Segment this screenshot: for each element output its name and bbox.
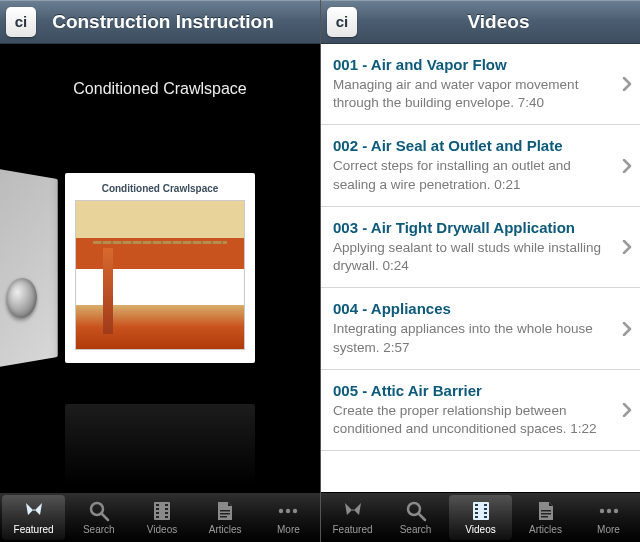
navbar-title: Construction Instruction bbox=[42, 11, 314, 33]
card-caption: Conditioned Crawlspace bbox=[75, 183, 245, 194]
svg-point-31 bbox=[599, 509, 603, 513]
video-title: 003 - Air Tight Drywall Application bbox=[333, 219, 610, 236]
video-list-item[interactable]: 002 - Air Seal at Outlet and Plate Corre… bbox=[321, 125, 640, 206]
video-desc: Correct steps for installing an outlet a… bbox=[333, 157, 610, 193]
svg-rect-30 bbox=[541, 516, 548, 518]
videos-list[interactable]: 001 - Air and Vapor Flow Managing air an… bbox=[321, 44, 640, 492]
svg-rect-27 bbox=[484, 516, 487, 518]
phone-featured: ci Construction Instruction Conditioned … bbox=[0, 0, 320, 542]
svg-rect-22 bbox=[475, 512, 478, 514]
svg-point-15 bbox=[286, 509, 290, 513]
svg-rect-7 bbox=[165, 504, 168, 506]
video-list-item[interactable]: 003 - Air Tight Drywall Application Appl… bbox=[321, 207, 640, 288]
navbar: ci Videos bbox=[321, 0, 640, 44]
video-title: 002 - Air Seal at Outlet and Plate bbox=[333, 137, 610, 154]
svg-rect-8 bbox=[165, 508, 168, 510]
svg-rect-20 bbox=[475, 504, 478, 506]
svg-point-14 bbox=[279, 509, 283, 513]
video-list-item[interactable]: 005 - Attic Air Barrier Create the prope… bbox=[321, 370, 640, 451]
chevron-right-icon bbox=[622, 240, 632, 254]
tab-articles[interactable]: Articles bbox=[194, 493, 257, 542]
tab-featured[interactable]: Featured bbox=[2, 495, 65, 540]
tab-more[interactable]: More bbox=[257, 493, 320, 542]
navbar-title: Videos bbox=[363, 11, 634, 33]
tab-label: Search bbox=[83, 524, 115, 535]
phone-videos: ci Videos 001 - Air and Vapor Flow Manag… bbox=[320, 0, 640, 542]
articles-icon bbox=[212, 500, 238, 522]
search-icon bbox=[86, 500, 112, 522]
video-title: 005 - Attic Air Barrier bbox=[333, 382, 610, 399]
more-icon bbox=[275, 500, 301, 522]
video-desc: Create the proper relationship between c… bbox=[333, 402, 610, 438]
svg-rect-23 bbox=[475, 516, 478, 518]
tab-search[interactable]: Search bbox=[67, 493, 130, 542]
chevron-right-icon bbox=[622, 77, 632, 91]
tab-label: Articles bbox=[529, 524, 562, 535]
svg-rect-25 bbox=[484, 508, 487, 510]
chevron-right-icon bbox=[622, 159, 632, 173]
video-desc: Managing air and water vapor movement th… bbox=[333, 76, 610, 112]
tab-label: More bbox=[597, 524, 620, 535]
svg-point-16 bbox=[293, 509, 297, 513]
svg-rect-12 bbox=[220, 513, 230, 515]
coverflow-reflection bbox=[65, 404, 255, 484]
svg-rect-28 bbox=[541, 510, 551, 512]
tab-featured[interactable]: Featured bbox=[321, 493, 384, 542]
svg-rect-24 bbox=[484, 504, 487, 506]
svg-point-32 bbox=[606, 509, 610, 513]
search-icon bbox=[403, 500, 429, 522]
featured-icon bbox=[21, 500, 47, 522]
tab-label: Featured bbox=[332, 524, 372, 535]
tab-label: Videos bbox=[147, 524, 177, 535]
video-list-item[interactable]: 004 - Appliances Integrating appliances … bbox=[321, 288, 640, 369]
tab-more[interactable]: More bbox=[577, 493, 640, 542]
svg-rect-21 bbox=[475, 508, 478, 510]
svg-rect-11 bbox=[220, 510, 230, 512]
featured-icon bbox=[340, 500, 366, 522]
chevron-right-icon bbox=[622, 403, 632, 417]
svg-rect-3 bbox=[156, 504, 159, 506]
videos-icon bbox=[149, 500, 175, 522]
svg-rect-13 bbox=[220, 516, 227, 518]
app-logo: ci bbox=[327, 7, 357, 37]
video-list-item[interactable]: 001 - Air and Vapor Flow Managing air an… bbox=[321, 44, 640, 125]
tab-label: Videos bbox=[465, 524, 495, 535]
tab-label: Search bbox=[400, 524, 432, 535]
tab-videos[interactable]: Videos bbox=[449, 495, 512, 540]
svg-point-33 bbox=[613, 509, 617, 513]
videos-icon bbox=[468, 500, 494, 522]
chevron-right-icon bbox=[622, 322, 632, 336]
svg-rect-6 bbox=[156, 516, 159, 518]
app-logo: ci bbox=[6, 7, 36, 37]
coverflow-card-current[interactable]: Conditioned Crawlspace bbox=[65, 173, 255, 363]
more-icon bbox=[596, 500, 622, 522]
tabbar: Featured Search Videos Articles More bbox=[321, 492, 640, 542]
tabbar: Featured Search Videos Articles More bbox=[0, 492, 320, 542]
video-title: 001 - Air and Vapor Flow bbox=[333, 56, 610, 73]
svg-rect-26 bbox=[484, 512, 487, 514]
articles-icon bbox=[533, 500, 559, 522]
tab-label: Featured bbox=[14, 524, 54, 535]
svg-rect-10 bbox=[165, 516, 168, 518]
svg-rect-9 bbox=[165, 512, 168, 514]
video-desc: Integrating appliances into the whole ho… bbox=[333, 320, 610, 356]
svg-line-18 bbox=[419, 514, 425, 520]
tab-search[interactable]: Search bbox=[384, 493, 447, 542]
svg-line-1 bbox=[102, 514, 108, 520]
card-illustration bbox=[75, 200, 245, 350]
tab-videos[interactable]: Videos bbox=[130, 493, 193, 542]
tab-label: More bbox=[277, 524, 300, 535]
svg-rect-5 bbox=[156, 512, 159, 514]
video-desc: Applying sealant to wall studs while ins… bbox=[333, 239, 610, 275]
svg-rect-29 bbox=[541, 513, 551, 515]
featured-content: Conditioned Crawlspace Conditioned Crawl… bbox=[0, 44, 320, 492]
video-title: 004 - Appliances bbox=[333, 300, 610, 317]
tab-label: Articles bbox=[209, 524, 242, 535]
coverflow[interactable]: Conditioned Crawlspace bbox=[0, 158, 320, 378]
tab-articles[interactable]: Articles bbox=[514, 493, 577, 542]
coverflow-card-prev[interactable] bbox=[0, 166, 58, 370]
svg-rect-4 bbox=[156, 508, 159, 510]
featured-item-title: Conditioned Crawlspace bbox=[73, 80, 246, 98]
navbar: ci Construction Instruction bbox=[0, 0, 320, 44]
